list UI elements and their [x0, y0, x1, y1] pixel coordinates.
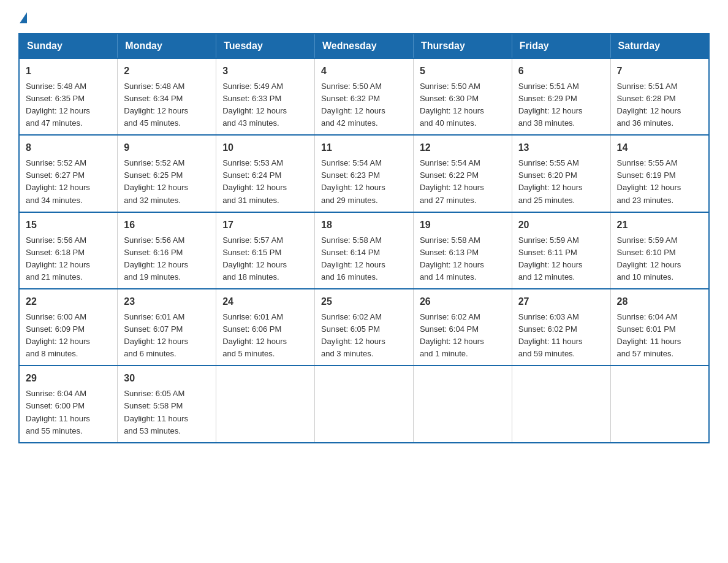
day-cell: 22 Sunrise: 6:00 AMSunset: 6:09 PMDaylig…	[19, 289, 118, 366]
header-tuesday: Tuesday	[216, 34, 315, 58]
day-number: 16	[124, 218, 210, 233]
day-number: 13	[518, 140, 604, 156]
day-cell	[610, 366, 709, 442]
day-cell: 18 Sunrise: 5:58 AMSunset: 6:14 PMDaylig…	[315, 212, 414, 289]
day-cell: 7 Sunrise: 5:51 AMSunset: 6:28 PMDayligh…	[610, 58, 709, 135]
day-cell: 1 Sunrise: 5:48 AMSunset: 6:35 PMDayligh…	[19, 58, 118, 135]
day-cell: 15 Sunrise: 5:56 AMSunset: 6:18 PMDaylig…	[19, 212, 118, 289]
day-cell: 3 Sunrise: 5:49 AMSunset: 6:33 PMDayligh…	[216, 58, 315, 135]
header-friday: Friday	[512, 34, 610, 58]
day-number: 24	[222, 294, 308, 310]
day-cell: 29 Sunrise: 6:04 AMSunset: 6:00 PMDaylig…	[19, 366, 118, 442]
day-number: 20	[518, 218, 604, 233]
day-info: Sunrise: 5:48 AMSunset: 6:34 PMDaylight:…	[124, 82, 188, 128]
day-cell: 20 Sunrise: 5:59 AMSunset: 6:11 PMDaylig…	[512, 212, 610, 289]
logo-blue-part	[20, 12, 27, 21]
day-info: Sunrise: 6:04 AMSunset: 6:00 PMDaylight:…	[26, 389, 90, 435]
day-info: Sunrise: 6:02 AMSunset: 6:05 PMDaylight:…	[321, 312, 385, 358]
day-info: Sunrise: 5:59 AMSunset: 6:11 PMDaylight:…	[518, 236, 583, 282]
day-number: 7	[617, 64, 702, 79]
day-cell: 25 Sunrise: 6:02 AMSunset: 6:05 PMDaylig…	[315, 289, 414, 366]
day-number: 25	[321, 294, 407, 310]
week-row-4: 22 Sunrise: 6:00 AMSunset: 6:09 PMDaylig…	[19, 289, 709, 366]
day-info: Sunrise: 5:55 AMSunset: 6:20 PMDaylight:…	[518, 158, 583, 204]
day-number: 10	[222, 140, 308, 156]
day-number: 1	[26, 64, 111, 79]
header-thursday: Thursday	[413, 34, 512, 58]
day-number: 8	[26, 140, 111, 156]
day-cell: 28 Sunrise: 6:04 AMSunset: 6:01 PMDaylig…	[610, 289, 709, 366]
day-info: Sunrise: 6:03 AMSunset: 6:02 PMDaylight:…	[518, 312, 583, 358]
day-info: Sunrise: 6:00 AMSunset: 6:09 PMDaylight:…	[26, 312, 90, 358]
week-row-1: 1 Sunrise: 5:48 AMSunset: 6:35 PMDayligh…	[19, 58, 709, 135]
day-number: 17	[222, 218, 308, 233]
day-number: 2	[124, 64, 210, 79]
day-info: Sunrise: 5:50 AMSunset: 6:32 PMDaylight:…	[321, 82, 385, 128]
day-info: Sunrise: 5:58 AMSunset: 6:13 PMDaylight:…	[420, 236, 484, 282]
day-info: Sunrise: 5:52 AMSunset: 6:25 PMDaylight:…	[124, 158, 188, 204]
day-number: 11	[321, 140, 407, 156]
day-info: Sunrise: 5:56 AMSunset: 6:18 PMDaylight:…	[26, 236, 90, 282]
day-cell: 4 Sunrise: 5:50 AMSunset: 6:32 PMDayligh…	[315, 58, 414, 135]
day-number: 23	[124, 294, 210, 310]
day-number: 18	[321, 218, 407, 233]
week-row-3: 15 Sunrise: 5:56 AMSunset: 6:18 PMDaylig…	[19, 212, 709, 289]
header-sunday: Sunday	[19, 34, 118, 58]
day-cell	[216, 366, 315, 442]
day-cell: 5 Sunrise: 5:50 AMSunset: 6:30 PMDayligh…	[413, 58, 512, 135]
day-number: 27	[518, 294, 604, 310]
logo-arrow-icon	[20, 12, 27, 23]
day-number: 26	[420, 294, 506, 310]
day-info: Sunrise: 6:05 AMSunset: 5:58 PMDaylight:…	[124, 389, 188, 435]
day-number: 30	[124, 371, 210, 386]
day-info: Sunrise: 5:59 AMSunset: 6:10 PMDaylight:…	[617, 236, 681, 282]
calendar-table: SundayMondayTuesdayWednesdayThursdayFrid…	[18, 33, 710, 443]
day-cell: 17 Sunrise: 5:57 AMSunset: 6:15 PMDaylig…	[216, 212, 315, 289]
day-cell: 23 Sunrise: 6:01 AMSunset: 6:07 PMDaylig…	[118, 289, 216, 366]
day-info: Sunrise: 5:54 AMSunset: 6:22 PMDaylight:…	[420, 158, 484, 204]
day-cell: 27 Sunrise: 6:03 AMSunset: 6:02 PMDaylig…	[512, 289, 610, 366]
day-number: 9	[124, 140, 210, 156]
day-info: Sunrise: 5:54 AMSunset: 6:23 PMDaylight:…	[321, 158, 385, 204]
day-info: Sunrise: 5:53 AMSunset: 6:24 PMDaylight:…	[222, 158, 287, 204]
day-number: 28	[617, 294, 702, 310]
day-info: Sunrise: 6:01 AMSunset: 6:07 PMDaylight:…	[124, 312, 188, 358]
day-cell: 8 Sunrise: 5:52 AMSunset: 6:27 PMDayligh…	[19, 135, 118, 212]
day-number: 5	[420, 64, 506, 79]
day-info: Sunrise: 6:02 AMSunset: 6:04 PMDaylight:…	[420, 312, 484, 358]
day-cell: 30 Sunrise: 6:05 AMSunset: 5:58 PMDaylig…	[118, 366, 216, 442]
day-cell: 2 Sunrise: 5:48 AMSunset: 6:34 PMDayligh…	[118, 58, 216, 135]
day-info: Sunrise: 5:51 AMSunset: 6:28 PMDaylight:…	[617, 82, 681, 128]
day-info: Sunrise: 5:50 AMSunset: 6:30 PMDaylight:…	[420, 82, 484, 128]
day-info: Sunrise: 5:52 AMSunset: 6:27 PMDaylight:…	[26, 158, 90, 204]
day-info: Sunrise: 5:56 AMSunset: 6:16 PMDaylight:…	[124, 236, 188, 282]
day-cell: 12 Sunrise: 5:54 AMSunset: 6:22 PMDaylig…	[413, 135, 512, 212]
day-cell: 14 Sunrise: 5:55 AMSunset: 6:19 PMDaylig…	[610, 135, 709, 212]
day-number: 3	[222, 64, 308, 79]
day-cell: 16 Sunrise: 5:56 AMSunset: 6:16 PMDaylig…	[118, 212, 216, 289]
day-number: 29	[26, 371, 111, 386]
day-number: 19	[420, 218, 506, 233]
day-cell: 24 Sunrise: 6:01 AMSunset: 6:06 PMDaylig…	[216, 289, 315, 366]
day-number: 4	[321, 64, 407, 79]
day-number: 21	[617, 218, 702, 233]
day-info: Sunrise: 5:48 AMSunset: 6:35 PMDaylight:…	[26, 82, 90, 128]
day-number: 6	[518, 64, 604, 79]
day-info: Sunrise: 5:57 AMSunset: 6:15 PMDaylight:…	[222, 236, 287, 282]
week-row-2: 8 Sunrise: 5:52 AMSunset: 6:27 PMDayligh…	[19, 135, 709, 212]
day-cell	[512, 366, 610, 442]
page-header	[18, 12, 710, 21]
logo	[18, 12, 27, 21]
day-cell: 21 Sunrise: 5:59 AMSunset: 6:10 PMDaylig…	[610, 212, 709, 289]
day-info: Sunrise: 5:49 AMSunset: 6:33 PMDaylight:…	[222, 82, 287, 128]
day-info: Sunrise: 5:58 AMSunset: 6:14 PMDaylight:…	[321, 236, 385, 282]
header-saturday: Saturday	[610, 34, 709, 58]
day-number: 14	[617, 140, 702, 156]
day-cell: 26 Sunrise: 6:02 AMSunset: 6:04 PMDaylig…	[413, 289, 512, 366]
day-info: Sunrise: 6:01 AMSunset: 6:06 PMDaylight:…	[222, 312, 287, 358]
day-cell: 13 Sunrise: 5:55 AMSunset: 6:20 PMDaylig…	[512, 135, 610, 212]
day-info: Sunrise: 5:55 AMSunset: 6:19 PMDaylight:…	[617, 158, 681, 204]
day-cell: 9 Sunrise: 5:52 AMSunset: 6:25 PMDayligh…	[118, 135, 216, 212]
header-monday: Monday	[118, 34, 216, 58]
header-wednesday: Wednesday	[315, 34, 414, 58]
